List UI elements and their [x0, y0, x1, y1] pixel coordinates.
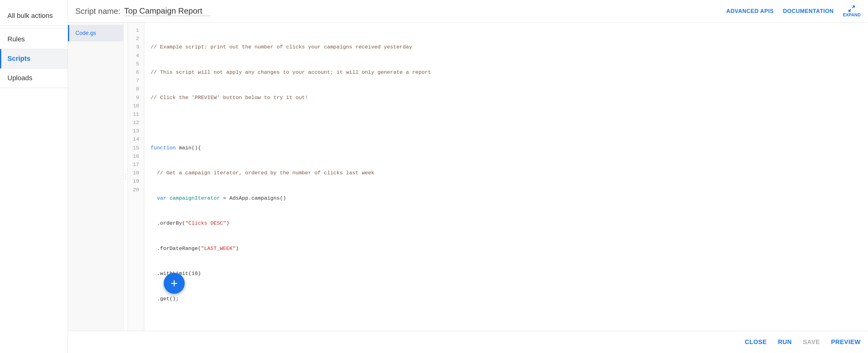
code-line-1: // Example script: print out the number …	[150, 43, 862, 51]
code-line-10: .withLimit(10)	[150, 270, 862, 278]
expand-icon	[848, 5, 855, 12]
script-name-value[interactable]: Top Campaign Report	[124, 6, 211, 16]
script-name-label: Script name:	[75, 6, 121, 16]
sidebar-item-all-bulk-actions[interactable]: All bulk actions	[0, 6, 68, 26]
header-left: Script name: Top Campaign Report	[75, 6, 211, 16]
footer: CLOSE RUN SAVE PREVIEW	[68, 331, 868, 353]
code-line-3: // Click the 'PREVIEW' button below to t…	[150, 94, 862, 102]
run-button[interactable]: RUN	[778, 339, 792, 346]
code-line-6: // Get a campaign iterator, ordered by t…	[150, 169, 862, 177]
code-line-9: .forDateRange("LAST_WEEK")	[150, 244, 862, 253]
editor-container: Code.gs ⋮ 1 2 3 4 5 6 7 8 9 10	[68, 23, 868, 331]
code-line-7: var campaignIterator = AdsApp.campaigns(…	[150, 194, 862, 203]
header: Script name: Top Campaign Report ADVANCE…	[68, 0, 868, 23]
advanced-apis-button[interactable]: ADVANCED APIS	[726, 8, 774, 14]
sidebar-item-scripts[interactable]: Scripts	[0, 49, 68, 69]
close-button[interactable]: CLOSE	[745, 339, 767, 346]
expand-label: EXPAND	[843, 12, 861, 17]
header-actions: ADVANCED APIS DOCUMENTATION EXPAND	[726, 5, 861, 17]
code-line-12	[150, 320, 862, 328]
sidebar-item-rules[interactable]: Rules	[0, 30, 68, 49]
sidebar: All bulk actions Rules Scripts Uploads	[0, 0, 68, 353]
code-line-2: // This script will not apply any change…	[150, 68, 862, 76]
file-tabs: Code.gs	[68, 23, 124, 331]
code-editor[interactable]: 1 2 3 4 5 6 7 8 9 10 11 12 13 14 15 16 1	[128, 23, 868, 331]
content-area: Script name: Top Campaign Report ADVANCE…	[68, 0, 868, 353]
drag-handle[interactable]: ⋮	[124, 23, 128, 331]
save-button[interactable]: SAVE	[803, 339, 820, 346]
code-line-11: .get();	[150, 295, 862, 303]
add-button[interactable]: +	[164, 273, 185, 294]
code-line-8: .orderBy("Clicks DESC")	[150, 219, 862, 227]
file-tab-code-gs[interactable]: Code.gs	[68, 25, 123, 41]
code-content[interactable]: // Example script: print out the number …	[144, 23, 868, 331]
preview-button[interactable]: PREVIEW	[831, 339, 861, 346]
documentation-button[interactable]: DOCUMENTATION	[783, 8, 834, 14]
sidebar-item-uploads[interactable]: Uploads	[0, 69, 68, 88]
code-line-5: function main(){	[150, 144, 862, 152]
expand-button[interactable]: EXPAND	[843, 5, 861, 17]
code-line-4	[150, 118, 862, 127]
line-numbers: 1 2 3 4 5 6 7 8 9 10 11 12 13 14 15 16 1	[128, 23, 144, 331]
sidebar-divider	[0, 28, 68, 28]
